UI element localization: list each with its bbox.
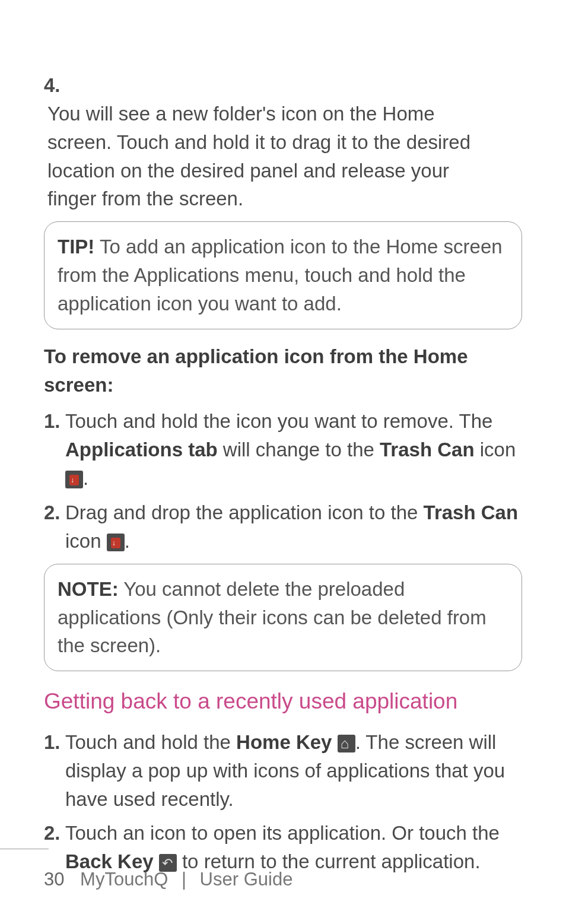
text: Touch and hold the icon you want to remo… [65, 410, 492, 432]
text: . [125, 530, 130, 552]
page-footer: 30 MyTouchQ | User Guide [0, 866, 566, 893]
home-key-icon [338, 735, 355, 752]
remove-step-1: 1. Touch and hold the icon you want to r… [44, 407, 522, 493]
page-number: 30 [44, 866, 64, 893]
tip-label: TIP! [58, 236, 94, 258]
section-heading-recent: Getting back to a recently used applicat… [44, 685, 522, 717]
remove-step-2-body: Drag and drop the application icon to th… [65, 498, 522, 555]
remove-step-1-body: Touch and hold the icon you want to remo… [65, 407, 522, 493]
text: icon [475, 439, 516, 461]
trash-can-icon [65, 471, 83, 488]
footer-separator: | [182, 869, 186, 890]
text: Touch an icon to open its application. O… [65, 822, 500, 844]
recent-step-1: 1. Touch and hold the Home Key . The scr… [44, 728, 522, 814]
home-key-label: Home Key [236, 731, 332, 753]
tip-text: To add an application icon to the Home s… [58, 236, 503, 315]
product-name: MyTouchQ [80, 869, 168, 890]
remove-subheading: To remove an application icon from the H… [44, 342, 522, 399]
step-4-number: 4. [44, 71, 63, 100]
text: . [83, 467, 88, 489]
footer-divider [0, 849, 49, 849]
recent-step-1-number: 1. [44, 728, 65, 814]
trash-can-label: Trash Can [380, 439, 475, 461]
recent-step-1-body: Touch and hold the Home Key . The screen… [65, 728, 522, 814]
remove-step-2-number: 2. [44, 498, 65, 555]
text: will change to the [218, 439, 380, 461]
trash-can-icon [107, 534, 125, 551]
text: Touch and hold the [65, 731, 236, 753]
step-4-text: You will see a new folder's icon on the … [47, 100, 498, 213]
applications-tab-label: Applications tab [65, 439, 218, 461]
note-text: You cannot delete the preloaded applicat… [58, 578, 486, 657]
guide-label: User Guide [200, 869, 293, 890]
note-callout: NOTE: You cannot delete the preloaded ap… [44, 564, 522, 672]
text [332, 731, 337, 753]
text: icon [65, 530, 107, 552]
note-label: NOTE: [58, 578, 119, 600]
step-4: 4. You will see a new folder's icon on t… [44, 71, 522, 213]
trash-can-label: Trash Can [424, 501, 519, 523]
remove-step-1-number: 1. [44, 407, 65, 493]
remove-step-2: 2. Drag and drop the application icon to… [44, 498, 522, 555]
tip-callout: TIP! To add an application icon to the H… [44, 221, 522, 329]
text: Drag and drop the application icon to th… [65, 501, 424, 523]
